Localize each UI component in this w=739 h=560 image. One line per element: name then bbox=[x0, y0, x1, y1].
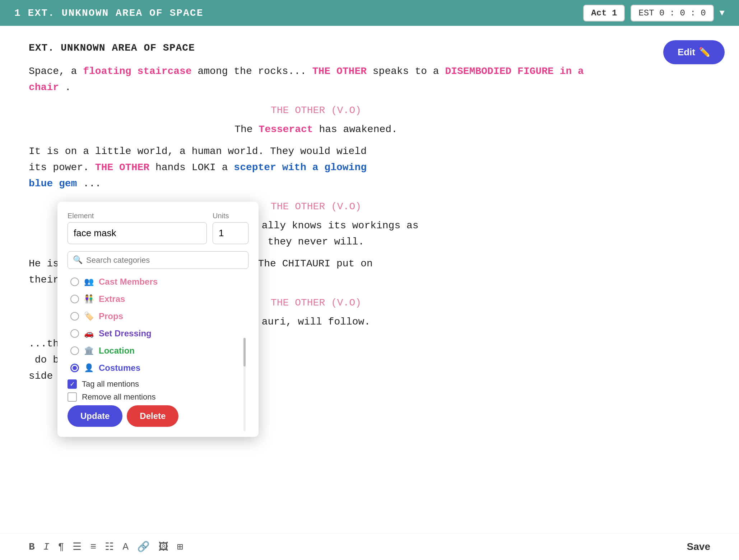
save-button[interactable]: Save bbox=[687, 541, 710, 552]
props-icon: 🏷️ bbox=[84, 312, 94, 321]
toolbar-unordered-list-icon[interactable]: ≡ bbox=[90, 541, 96, 552]
toolbar-italic-icon[interactable]: I bbox=[43, 541, 50, 552]
main-content: Edit ✏️ EXT. UNKNOWN AREA OF SPACE Space… bbox=[0, 26, 739, 560]
est-badge: EST 0 : 0 : 0 bbox=[631, 5, 714, 22]
set-icon: 🚗 bbox=[84, 329, 94, 339]
remove-all-row[interactable]: Remove all mentions bbox=[68, 392, 248, 402]
toolbar-text-format-icon[interactable]: A bbox=[122, 541, 129, 552]
tag-all-label: Tag all mentions bbox=[82, 379, 139, 389]
action-text-period: . bbox=[65, 82, 71, 93]
floating-staircase-highlight: floating staircase bbox=[83, 66, 191, 77]
dialogue-1: The Tesseract has awakened. bbox=[29, 122, 603, 138]
action-text-pre: Space, a bbox=[29, 66, 83, 77]
radio-costumes[interactable] bbox=[70, 364, 79, 372]
list-item[interactable]: 👫 Extras bbox=[68, 290, 248, 308]
element-label: Element bbox=[68, 212, 207, 220]
radio-location[interactable] bbox=[70, 346, 79, 355]
header-right: Act 1 EST 0 : 0 : 0 ▼ bbox=[583, 5, 725, 22]
search-categories-input[interactable] bbox=[86, 256, 243, 265]
extras-icon: 👫 bbox=[84, 294, 94, 304]
the-other-ref-2: THE OTHER bbox=[95, 162, 149, 173]
category-popup: Element Units 🔍 👥 Cast Members bbox=[57, 202, 259, 437]
toolbar-ordered-list-icon[interactable]: ☰ bbox=[73, 541, 82, 553]
scrollbar-track[interactable] bbox=[243, 338, 246, 431]
category-list: 👥 Cast Members 👫 Extras 🏷️ Props 🚗 S bbox=[68, 273, 248, 374]
tag-all-row[interactable]: ✓ Tag all mentions bbox=[68, 379, 248, 389]
chevron-down-icon[interactable]: ▼ bbox=[720, 8, 725, 18]
scene-title: 1 EXT. UNKNOWN AREA OF SPACE bbox=[14, 8, 203, 19]
toolbar-checklist-icon[interactable]: ☷ bbox=[105, 541, 114, 553]
element-field: Element bbox=[68, 212, 207, 244]
list-item[interactable]: 🏛️ Location bbox=[68, 342, 248, 359]
scene-heading: EXT. UNKNOWN AREA OF SPACE bbox=[29, 40, 603, 56]
radio-set[interactable] bbox=[70, 329, 79, 338]
cat-label-costumes: Costumes bbox=[99, 363, 140, 373]
toolbar-link-icon[interactable]: 🔗 bbox=[137, 541, 150, 553]
costumes-icon: 👤 bbox=[84, 363, 94, 373]
est-label: EST 0 : 0 : 0 bbox=[638, 8, 706, 18]
action-buttons: Update Delete bbox=[68, 405, 248, 427]
action-2-end: ... bbox=[83, 178, 101, 189]
cat-label-set: Set Dressing bbox=[99, 328, 152, 339]
delete-button[interactable]: Delete bbox=[127, 405, 178, 427]
dialogue-1-pre: The bbox=[234, 124, 259, 135]
action-text-speaks: speaks to a bbox=[373, 66, 445, 77]
search-categories-box[interactable]: 🔍 bbox=[68, 251, 248, 269]
action-text-mid: among the rocks... bbox=[198, 66, 306, 77]
popup-fields: Element Units bbox=[68, 212, 248, 244]
search-icon: 🔍 bbox=[73, 255, 83, 265]
element-input[interactable] bbox=[68, 222, 207, 244]
units-input[interactable] bbox=[213, 222, 248, 244]
cat-label-cast: Cast Members bbox=[99, 277, 158, 287]
cat-label-location: Location bbox=[99, 346, 135, 356]
location-icon: 🏛️ bbox=[84, 346, 94, 356]
toolbar-table-icon[interactable]: ⊞ bbox=[177, 541, 183, 553]
toolbar-bold-icon[interactable]: B bbox=[29, 541, 35, 552]
remove-all-checkbox[interactable] bbox=[68, 392, 77, 402]
units-label: Units bbox=[213, 212, 248, 220]
list-item[interactable]: 👥 Cast Members bbox=[68, 273, 248, 290]
list-item[interactable]: 🚗 Set Dressing bbox=[68, 325, 248, 342]
tag-all-checkbox[interactable]: ✓ bbox=[68, 379, 77, 389]
dialogue-2-line2: they never will. bbox=[268, 236, 364, 247]
toolbar-paragraph-icon[interactable]: ¶ bbox=[58, 541, 64, 552]
tesseract-highlight: Tesseract bbox=[259, 124, 313, 135]
edit-button[interactable]: Edit ✏️ bbox=[663, 40, 725, 64]
radio-cast[interactable] bbox=[70, 277, 79, 286]
char-cue-1: THE OTHER (V.O) bbox=[29, 103, 603, 119]
radio-props[interactable] bbox=[70, 312, 79, 321]
list-item[interactable]: 👤 Costumes bbox=[68, 359, 248, 374]
radio-extras[interactable] bbox=[70, 295, 79, 303]
category-list-container: 👥 Cast Members 👫 Extras 🏷️ Props 🚗 S bbox=[68, 273, 248, 374]
remove-all-label: Remove all mentions bbox=[82, 392, 155, 402]
the-other-ref-1: THE OTHER bbox=[312, 66, 367, 77]
act-badge: Act 1 bbox=[583, 5, 625, 22]
units-field: Units bbox=[213, 212, 248, 244]
list-item[interactable]: 🏷️ Props bbox=[68, 308, 248, 325]
scrollbar-thumb[interactable] bbox=[243, 338, 246, 367]
toolbar-image-icon[interactable]: 🖼 bbox=[158, 541, 168, 553]
cat-label-props: Props bbox=[99, 311, 123, 321]
action-line-1: Space, a floating staircase among the ro… bbox=[29, 64, 603, 96]
action-2-mid: hands LOKI a bbox=[155, 162, 234, 173]
cast-icon: 👥 bbox=[84, 277, 94, 287]
pencil-icon: ✏️ bbox=[699, 47, 710, 58]
edit-label: Edit bbox=[678, 47, 695, 58]
dialogue-1-end: has awakened. bbox=[319, 124, 397, 135]
update-button[interactable]: Update bbox=[68, 405, 122, 427]
action-line-2: It is on a little world, a human world. … bbox=[29, 144, 603, 192]
header-bar: 1 EXT. UNKNOWN AREA OF SPACE Act 1 EST 0… bbox=[0, 0, 739, 26]
bottom-toolbar: B I ¶ ☰ ≡ ☷ A 🔗 🖼 ⊞ Save bbox=[0, 533, 739, 560]
cat-label-extras: Extras bbox=[99, 294, 125, 304]
